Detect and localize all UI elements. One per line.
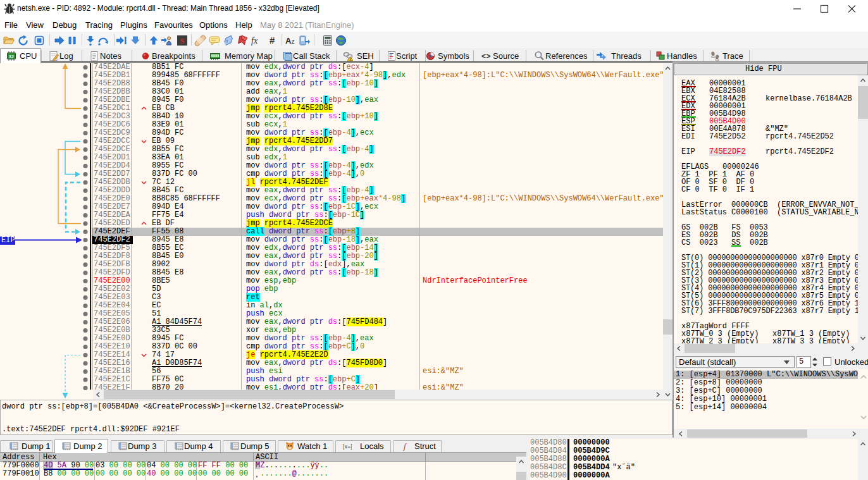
svg-text:<>: <> [481, 52, 490, 61]
svg-text:z: z [292, 38, 295, 45]
svg-text:fx: fx [251, 36, 258, 46]
svg-text:ʃ: ʃ [403, 441, 407, 451]
svg-text:A: A [285, 36, 292, 46]
svg-text:!: ! [350, 58, 351, 61]
svg-text:S: S [180, 37, 185, 46]
svg-text:32: 32 [9, 54, 14, 59]
svg-text:[x=]: [x=] [343, 443, 352, 450]
svg-text:#: # [270, 35, 275, 46]
